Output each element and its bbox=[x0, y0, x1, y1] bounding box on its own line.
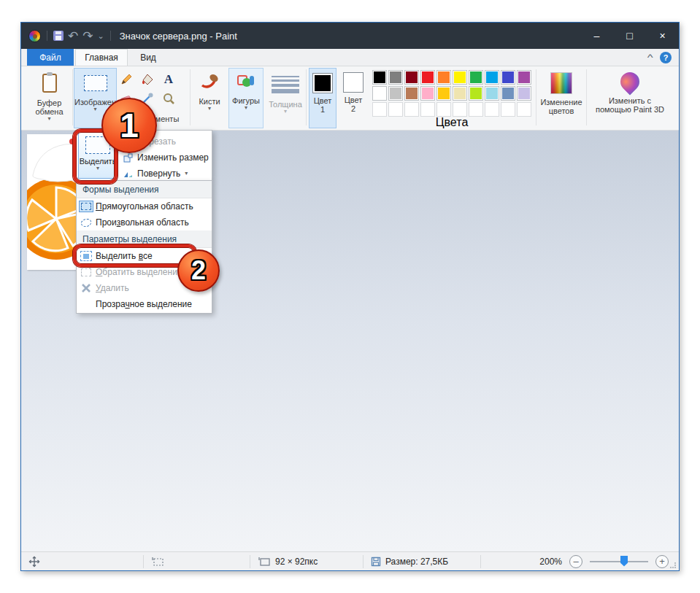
color-swatch[interactable] bbox=[501, 102, 515, 117]
rotate-icon bbox=[123, 169, 133, 179]
color-swatch[interactable] bbox=[501, 86, 515, 101]
selection-size-icon bbox=[151, 557, 164, 567]
image-size-value: 92 × 92пкс bbox=[275, 557, 318, 567]
zoom-slider-thumb[interactable] bbox=[620, 556, 628, 567]
save-icon[interactable] bbox=[53, 31, 64, 41]
divider bbox=[72, 69, 73, 125]
zoom-slider[interactable] bbox=[590, 561, 648, 562]
shapes-icon bbox=[236, 72, 255, 93]
divider bbox=[47, 31, 47, 41]
divider bbox=[480, 555, 481, 568]
clipboard-label: Буфер обмена bbox=[27, 98, 72, 116]
menu-item-freeform-selection[interactable]: Произвольная область bbox=[77, 214, 212, 230]
chevron-down-icon: ▾ bbox=[47, 116, 50, 122]
divider bbox=[306, 69, 307, 125]
color2-swatch bbox=[343, 72, 364, 93]
screenshot: ↶ ↷ ⌄ Значок сервера.png - Paint – □ × Ф… bbox=[0, 0, 700, 593]
color-swatch[interactable] bbox=[485, 70, 499, 85]
tab-file[interactable]: Файл bbox=[27, 49, 74, 66]
fill-tool-icon[interactable] bbox=[140, 72, 155, 87]
paint3d-icon bbox=[617, 69, 644, 96]
color-swatch[interactable] bbox=[453, 102, 467, 117]
window-controls: – □ × bbox=[580, 23, 679, 49]
edit-colors-button[interactable]: Изменение цветов bbox=[538, 68, 585, 128]
file-size-value: Размер: 27,5КБ bbox=[385, 557, 448, 567]
color-swatch[interactable] bbox=[436, 86, 451, 101]
customize-qat-caret-icon[interactable]: ⌄ bbox=[98, 31, 104, 41]
color-swatch[interactable] bbox=[404, 70, 419, 85]
pencil-tool-icon[interactable] bbox=[119, 72, 134, 87]
resize-label: Изменить размер bbox=[137, 152, 209, 163]
color-swatch[interactable] bbox=[404, 86, 419, 101]
zoom-value: 200% bbox=[539, 557, 562, 567]
color-swatch[interactable] bbox=[485, 102, 499, 117]
zoom-in-button[interactable]: + bbox=[655, 555, 669, 568]
paint3d-button[interactable]: Изменить с помощью Paint 3D bbox=[591, 68, 669, 128]
color2-button[interactable]: Цвет 2 bbox=[339, 68, 367, 128]
tab-home[interactable]: Главная bbox=[75, 49, 128, 66]
thickness-button[interactable]: Толщина ▾ bbox=[266, 68, 304, 128]
paint-logo-icon bbox=[28, 30, 41, 42]
color-swatch[interactable] bbox=[372, 86, 387, 101]
menu-item-transparent-selection[interactable]: Прозрачное выделение bbox=[77, 296, 212, 312]
color-swatch[interactable] bbox=[517, 102, 531, 117]
color-swatch[interactable] bbox=[372, 102, 387, 117]
color-swatch[interactable] bbox=[420, 86, 435, 101]
menu-tab-bar: Файл Главная Вид ^ ? bbox=[21, 49, 679, 66]
color-swatch[interactable] bbox=[453, 70, 467, 85]
color1-button[interactable]: Цвет 1 bbox=[309, 68, 336, 128]
close-button[interactable]: × bbox=[646, 23, 679, 49]
help-icon[interactable]: ? bbox=[660, 52, 672, 63]
menu-item-rectangular-selection[interactable]: Прямоугольная область bbox=[77, 198, 212, 214]
paint-window: ↶ ↷ ⌄ Значок сервера.png - Paint – □ × Ф… bbox=[20, 22, 680, 571]
color-swatch[interactable] bbox=[469, 70, 483, 85]
color-swatch[interactable] bbox=[436, 70, 451, 85]
delete-icon bbox=[77, 283, 96, 293]
color-swatch[interactable] bbox=[404, 102, 419, 117]
chevron-down-icon: ▾ bbox=[185, 171, 188, 177]
rotate-menu-item[interactable]: Повернуть ▾ bbox=[120, 166, 211, 182]
color-swatch[interactable] bbox=[517, 86, 531, 101]
image-size-cell: 92 × 92пкс bbox=[250, 552, 363, 570]
resize-icon bbox=[123, 153, 133, 163]
redo-icon[interactable]: ↷ bbox=[82, 30, 93, 42]
magnifier-tool-icon[interactable] bbox=[161, 91, 176, 106]
paint3d-label: Изменить с помощью Paint 3D bbox=[593, 96, 666, 114]
cursor-position-cell bbox=[21, 552, 143, 570]
colors-group-label: Цвета bbox=[372, 118, 531, 127]
clipboard-group-button[interactable]: Буфер обмена ▾ bbox=[27, 68, 72, 128]
color-swatch[interactable] bbox=[453, 86, 467, 101]
maximize-button[interactable]: □ bbox=[613, 23, 646, 49]
window-title: Значок сервера.png - Paint bbox=[120, 31, 237, 42]
minimize-button[interactable]: – bbox=[580, 23, 613, 49]
text-tool-icon[interactable]: A bbox=[161, 72, 176, 87]
annotation-circle-step1: 1 bbox=[101, 98, 157, 153]
color-swatch[interactable] bbox=[501, 70, 515, 85]
image-size-icon bbox=[258, 557, 271, 567]
brushes-button[interactable]: Кисти ▾ bbox=[192, 68, 227, 128]
divider bbox=[110, 31, 111, 41]
resize-grip[interactable] bbox=[670, 562, 677, 568]
status-bar: 92 × 92пкс Размер: 27,5КБ 200% – + bbox=[21, 551, 679, 570]
shapes-button[interactable]: Фигуры ▾ bbox=[228, 68, 264, 128]
color-swatch[interactable] bbox=[469, 86, 483, 101]
color-swatch[interactable] bbox=[517, 70, 531, 85]
collapse-ribbon-icon[interactable]: ^ bbox=[647, 53, 653, 63]
rotate-label: Повернуть bbox=[137, 168, 180, 179]
zoom-out-button[interactable]: – bbox=[569, 555, 582, 568]
color-swatch[interactable] bbox=[469, 102, 483, 117]
color-swatch[interactable] bbox=[420, 102, 435, 117]
color-swatch[interactable] bbox=[388, 70, 403, 85]
color-swatch[interactable] bbox=[388, 86, 403, 101]
divider bbox=[190, 69, 191, 125]
color-swatch[interactable] bbox=[436, 102, 451, 117]
color-swatch[interactable] bbox=[420, 70, 435, 85]
brush-icon bbox=[200, 72, 219, 93]
tab-view[interactable]: Вид bbox=[128, 49, 169, 66]
color-palette-grid bbox=[372, 70, 531, 117]
color1-swatch bbox=[312, 73, 333, 93]
color-swatch[interactable] bbox=[485, 86, 499, 101]
color-swatch[interactable] bbox=[388, 102, 403, 117]
undo-icon[interactable]: ↶ bbox=[68, 30, 78, 42]
color-swatch[interactable] bbox=[372, 70, 387, 85]
